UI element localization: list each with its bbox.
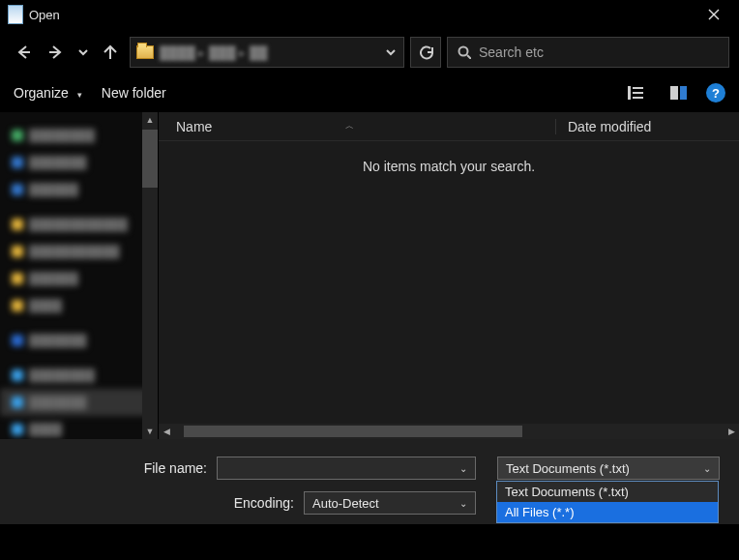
- chevron-down-icon: [386, 47, 396, 57]
- recent-locations-button[interactable]: [75, 39, 91, 66]
- arrow-left-icon: [15, 44, 31, 60]
- navigation-bar: ████ ▸ ███ ▸ ██ Search etc: [0, 29, 739, 74]
- sort-indicator-icon: ︿: [345, 120, 354, 133]
- file-type-filter[interactable]: Text Documents (*.txt) ⌄: [497, 457, 720, 480]
- scroll-right-icon[interactable]: ▶: [724, 427, 739, 436]
- file-list-pane: Name ︿ Date modified No items match your…: [159, 112, 739, 439]
- address-history-button[interactable]: [386, 45, 398, 60]
- close-button[interactable]: [693, 0, 735, 29]
- svg-rect-7: [628, 86, 631, 100]
- column-headers: Name ︿ Date modified: [159, 112, 739, 141]
- organize-button[interactable]: Organize: [14, 85, 82, 101]
- preview-pane-button[interactable]: [665, 81, 693, 104]
- refresh-button[interactable]: [410, 37, 441, 68]
- filter-value: Text Documents (*.txt): [506, 461, 699, 476]
- scrollbar-thumb[interactable]: [184, 426, 522, 437]
- chevron-down-icon[interactable]: ⌄: [456, 498, 471, 509]
- column-header-date[interactable]: Date modified: [555, 119, 739, 134]
- encoding-label: Encoding:: [14, 495, 304, 511]
- forward-button[interactable]: [43, 39, 70, 66]
- command-bar: Organize New folder ?: [0, 74, 739, 112]
- filename-input[interactable]: ⌄: [217, 457, 476, 480]
- svg-rect-11: [670, 86, 678, 100]
- encoding-select[interactable]: Auto-Detect ⌄: [304, 491, 476, 515]
- back-button[interactable]: [10, 39, 37, 66]
- search-input[interactable]: Search etc: [447, 37, 729, 68]
- chevron-down-icon: [74, 85, 82, 101]
- file-type-dropdown: Text Documents (*.txt) All Files (*.*): [496, 481, 719, 523]
- organize-label: Organize: [14, 85, 69, 101]
- chevron-down-icon[interactable]: ⌄: [699, 463, 715, 474]
- document-icon: [8, 5, 23, 24]
- chevron-down-icon[interactable]: ⌄: [456, 463, 471, 474]
- scroll-down-icon[interactable]: ▼: [142, 424, 158, 439]
- chevron-down-icon: [78, 47, 88, 57]
- search-placeholder: Search etc: [479, 44, 544, 60]
- dropdown-item[interactable]: Text Documents (*.txt): [497, 482, 718, 502]
- empty-message: No items match your search.: [159, 159, 739, 174]
- arrow-right-icon: [48, 44, 64, 60]
- view-options-button[interactable]: [625, 81, 652, 104]
- scrollbar-thumb[interactable]: [142, 130, 158, 188]
- close-icon: [708, 9, 720, 20]
- new-folder-label: New folder: [102, 85, 166, 101]
- help-button[interactable]: ?: [706, 83, 725, 103]
- dropdown-item[interactable]: All Files (*.*): [497, 502, 718, 522]
- column-date-label: Date modified: [568, 119, 651, 134]
- bottom-panel: File name: ⌄ Text Documents (*.txt) ⌄ En…: [0, 439, 739, 524]
- content-area: ████████ ███████ ██████ ████████████ ███…: [0, 112, 739, 439]
- scroll-up-icon[interactable]: ▲: [142, 112, 158, 128]
- refresh-icon: [419, 45, 433, 60]
- filename-label: File name:: [14, 460, 217, 476]
- dropdown-item-label: Text Documents (*.txt): [505, 485, 629, 499]
- dropdown-item-label: All Files (*.*): [505, 505, 575, 519]
- column-name-label: Name: [176, 119, 212, 134]
- search-icon: [458, 45, 471, 59]
- list-view-icon: [628, 86, 645, 100]
- preview-pane-icon: [670, 86, 688, 100]
- horizontal-scrollbar[interactable]: ◀ ▶: [159, 424, 739, 439]
- navigation-pane[interactable]: ████████ ███████ ██████ ████████████ ███…: [0, 112, 159, 439]
- up-button[interactable]: [97, 39, 124, 66]
- nav-scrollbar[interactable]: ▲ ▼: [142, 112, 158, 439]
- breadcrumb[interactable]: ████ ▸ ███ ▸ ██: [160, 38, 380, 67]
- svg-line-6: [467, 55, 471, 59]
- new-folder-button[interactable]: New folder: [102, 85, 166, 101]
- folder-icon: [136, 45, 154, 59]
- help-icon: ?: [712, 86, 720, 101]
- svg-rect-12: [680, 86, 687, 100]
- svg-point-5: [459, 47, 468, 56]
- scroll-left-icon[interactable]: ◀: [159, 427, 174, 436]
- encoding-value: Auto-Detect: [312, 496, 456, 511]
- window-title: Open: [29, 8, 60, 22]
- address-bar[interactable]: ████ ▸ ███ ▸ ██: [130, 37, 404, 68]
- arrow-up-icon: [103, 44, 118, 60]
- title-bar: Open: [0, 0, 739, 29]
- column-header-name[interactable]: Name ︿: [159, 119, 555, 134]
